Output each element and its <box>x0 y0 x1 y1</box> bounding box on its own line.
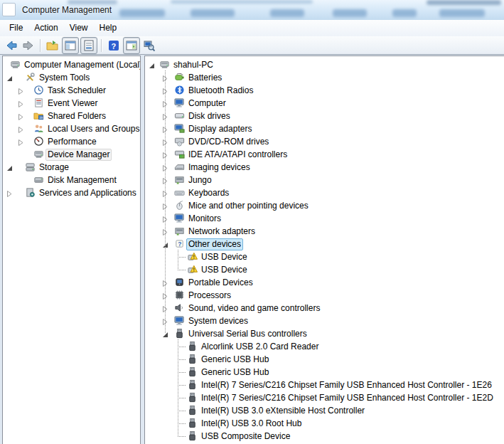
tree-item-label[interactable]: System devices <box>186 315 250 327</box>
tree-item-label[interactable]: Intel(R) 7 Series/C216 Chipset Family US… <box>199 379 494 391</box>
tree-item-label[interactable]: DVD/CD-ROM drives <box>186 136 271 148</box>
tree-item-label[interactable]: Portable Devices <box>186 277 255 289</box>
tree-row-keyboards[interactable]: Keyboards <box>145 186 504 199</box>
tree-row-network-adapters[interactable]: Network adapters <box>145 225 504 238</box>
tree-item-label[interactable]: Event Viewer <box>45 97 100 110</box>
tree-row-ide-ata-atapi-controllers[interactable]: IDE ATA/ATAPI controllers <box>145 148 504 161</box>
tree-item-label[interactable]: Local Users and Groups <box>45 123 141 135</box>
properties-button[interactable] <box>80 37 97 54</box>
tree-row-usb-composite-device[interactable]: USB Composite Device <box>145 430 504 443</box>
menu-view[interactable]: View <box>64 21 94 36</box>
tree-row-disk-drives[interactable]: Disk drives <box>145 110 504 122</box>
tree-item-label[interactable]: Computer <box>186 97 228 110</box>
tree-item-label[interactable]: Bluetooth Radios <box>186 85 255 97</box>
tree-item-label[interactable]: Keyboards <box>186 187 231 199</box>
tree-item-label[interactable]: IDE ATA/ATAPI controllers <box>186 149 289 161</box>
tree-item-label[interactable]: Imaging devices <box>186 162 252 174</box>
tree-row-universal-serial-bus-controllers[interactable]: Universal Serial Bus controllers <box>145 327 504 340</box>
tree-item-label[interactable]: Computer Management (Local) <box>22 59 141 71</box>
tree-row-intel-r-usb-3-0-extensible-host-controller[interactable]: Intel(R) USB 3.0 eXtensible Host Control… <box>145 404 504 417</box>
collapse-arrow-icon[interactable] <box>6 74 13 80</box>
tree-item-label[interactable]: Disk Management <box>45 174 119 186</box>
tree-row-batteries[interactable]: Batteries <box>145 71 504 84</box>
tree-item-label[interactable]: Disk drives <box>186 110 232 122</box>
tree-row-generic-usb-hub[interactable]: Generic USB Hub <box>145 353 504 366</box>
back-button[interactable] <box>4 38 19 53</box>
tree-row-other-devices[interactable]: ?Other devices <box>145 238 504 250</box>
tree-row-usb-device[interactable]: USB Device <box>145 250 504 263</box>
tree-row-performance[interactable]: Performance <box>3 135 140 148</box>
tree-row-jungo[interactable]: Jungo <box>145 174 504 186</box>
tree-row-monitors[interactable]: Monitors <box>145 212 504 225</box>
forward-button[interactable] <box>21 38 36 53</box>
tree-row-services-and-applications[interactable]: Services and Applications <box>3 186 140 199</box>
tree-item-label[interactable]: Storage <box>37 162 71 174</box>
tree-item-label[interactable]: Other devices <box>186 238 243 250</box>
tree-item-label[interactable]: Generic USB Hub <box>199 366 271 379</box>
collapse-arrow-icon[interactable] <box>149 61 155 68</box>
tree-item-label[interactable]: USB Composite Device <box>199 430 292 443</box>
tree-row-intel-r-7-series-c216-chipset-family-usb-enhanced-host-controller-1e2d[interactable]: Intel(R) 7 Series/C216 Chipset Family US… <box>145 391 504 404</box>
tree-item-label[interactable]: Monitors <box>186 213 223 225</box>
tree-item-label[interactable]: Batteries <box>186 72 224 84</box>
titlebar[interactable]: Computer Management <box>0 0 504 21</box>
menu-file[interactable]: File <box>4 21 28 36</box>
tree-item-label[interactable]: Device Manager <box>45 149 112 161</box>
tree-item-label[interactable]: Intel(R) USB 3.0 eXtensible Host Control… <box>199 405 367 417</box>
menu-action[interactable]: Action <box>28 21 63 36</box>
help-button[interactable]: ? <box>106 38 122 53</box>
expand-arrow-icon[interactable] <box>18 112 24 119</box>
collapse-arrow-icon[interactable] <box>6 164 13 170</box>
tree-row-device-manager[interactable]: Device Manager <box>3 148 140 161</box>
tree-item-label[interactable]: Shared Folders <box>45 110 108 122</box>
tree-row-alcorlink-usb-2-0-card-reader[interactable]: Alcorlink USB 2.0 Card Reader <box>145 340 504 353</box>
tree-item-label[interactable]: Universal Serial Bus controllers <box>186 328 309 340</box>
tree-item-label[interactable]: Services and Applications <box>37 187 139 199</box>
tree-row-local-users-and-groups[interactable]: Local Users and Groups <box>3 122 140 135</box>
tree-item-label[interactable]: USB Device <box>199 264 250 276</box>
tree-item-label[interactable]: USB Device <box>199 251 250 263</box>
tree-item-label[interactable]: Intel(R) 7 Series/C216 Chipset Family US… <box>199 392 495 404</box>
tree-item-label[interactable]: Generic USB Hub <box>199 354 271 366</box>
show-action-pane-button[interactable] <box>123 37 140 54</box>
tree-row-task-scheduler[interactable]: Task Scheduler <box>3 84 140 97</box>
expand-arrow-icon[interactable] <box>18 87 24 93</box>
tree-item-label[interactable]: Sound, video and game controllers <box>186 302 322 314</box>
tree-row-intel-r-7-series-c216-chipset-family-usb-enhanced-host-controller-1e26[interactable]: Intel(R) 7 Series/C216 Chipset Family US… <box>145 379 504 391</box>
menu-help[interactable]: Help <box>94 21 123 36</box>
expand-arrow-icon[interactable] <box>6 189 13 196</box>
tree-item-label[interactable]: Performance <box>45 136 99 148</box>
tree-row-system-devices[interactable]: System devices <box>145 314 504 327</box>
tree-item-label[interactable]: Task Scheduler <box>45 85 108 97</box>
console-tree-pane[interactable]: Computer Management (Local)System ToolsT… <box>2 56 141 444</box>
tree-row-generic-usb-hub[interactable]: Generic USB Hub <box>145 366 504 379</box>
tree-row-sound-video-and-game-controllers[interactable]: Sound, video and game controllers <box>145 302 504 314</box>
tree-row-storage[interactable]: Storage <box>3 161 140 174</box>
tree-item-label[interactable]: System Tools <box>37 72 92 84</box>
device-tree-pane[interactable]: shahul-PCBatteriesBluetooth RadiosComput… <box>144 56 504 444</box>
export-list-button[interactable] <box>45 38 60 53</box>
tree-row-computer[interactable]: Computer <box>145 97 504 110</box>
expand-arrow-icon[interactable] <box>18 138 24 144</box>
tree-row-shahul-pc[interactable]: shahul-PC <box>145 58 504 71</box>
tree-row-mice-and-other-pointing-devices[interactable]: Mice and other pointing devices <box>145 199 504 212</box>
tree-item-label[interactable]: shahul-PC <box>171 59 215 71</box>
tree-row-display-adapters[interactable]: Display adapters <box>145 122 504 135</box>
tree-item-label[interactable]: Display adapters <box>186 123 254 135</box>
tree-item-label[interactable]: Jungo <box>186 174 214 186</box>
expand-arrow-icon[interactable] <box>18 100 24 106</box>
scan-hardware-button[interactable] <box>141 38 157 53</box>
tree-item-label[interactable]: Mice and other pointing devices <box>186 200 311 212</box>
tree-item-label[interactable]: Alcorlink USB 2.0 Card Reader <box>199 341 321 353</box>
tree-row-system-tools[interactable]: System Tools <box>3 71 140 84</box>
tree-item-label[interactable]: Processors <box>186 290 233 302</box>
tree-row-disk-management[interactable]: Disk Management <box>3 174 140 186</box>
tree-row-processors[interactable]: Processors <box>145 289 504 302</box>
tree-item-label[interactable]: Network adapters <box>186 226 257 238</box>
show-console-tree-button[interactable] <box>62 37 79 54</box>
tree-row-intel-r-usb-3-0-root-hub[interactable]: Intel(R) USB 3.0 Root Hub <box>145 417 504 430</box>
tree-row-usb-device[interactable]: USB Device <box>145 263 504 276</box>
tree-row-bluetooth-radios[interactable]: Bluetooth Radios <box>145 84 504 97</box>
tree-row-shared-folders[interactable]: 23Shared Folders <box>3 110 140 122</box>
tree-item-label[interactable]: Intel(R) USB 3.0 Root Hub <box>199 418 304 430</box>
